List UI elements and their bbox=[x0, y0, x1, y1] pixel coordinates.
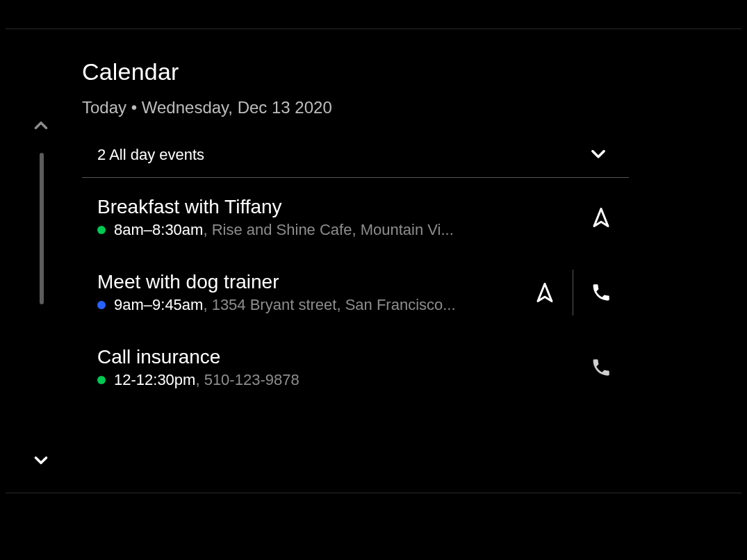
date-prefix: Today bbox=[82, 98, 126, 117]
scroll-down-button[interactable] bbox=[32, 451, 50, 472]
phone-icon bbox=[591, 357, 611, 378]
event-title: Breakfast with Tiffany bbox=[97, 196, 573, 218]
event-time: 9am–9:45am bbox=[114, 296, 203, 314]
navigate-button[interactable] bbox=[573, 197, 629, 238]
event-time: 8am–8:30am bbox=[114, 221, 203, 239]
allday-label: 2 All day events bbox=[97, 146, 589, 164]
event-detail: , 1354 Bryant street, San Francisco... bbox=[203, 296, 455, 314]
bottom-divider bbox=[6, 493, 741, 493]
scroll-gutter bbox=[0, 29, 78, 493]
phone-icon bbox=[591, 282, 611, 303]
scroll-up-button[interactable] bbox=[32, 117, 50, 138]
navigate-button[interactable] bbox=[517, 272, 573, 313]
event-row[interactable]: Breakfast with Tiffany 8am–8:30am, Rise … bbox=[82, 181, 629, 254]
allday-events-toggle[interactable]: 2 All day events bbox=[82, 135, 629, 178]
event-title: Call insurance bbox=[97, 346, 573, 368]
date-separator: • bbox=[126, 98, 142, 117]
event-time: 12-12:30pm bbox=[114, 371, 195, 389]
call-button[interactable] bbox=[573, 272, 629, 313]
date-subtitle: Today • Wednesday, Dec 13 2020 bbox=[82, 98, 629, 117]
calendar-dot-icon bbox=[97, 226, 106, 234]
navigation-icon bbox=[534, 282, 555, 303]
events-list: Breakfast with Tiffany 8am–8:30am, Rise … bbox=[82, 181, 629, 404]
page-title: Calendar bbox=[82, 58, 629, 85]
event-row[interactable]: Meet with dog trainer 9am–9:45am, 1354 B… bbox=[82, 254, 629, 331]
chevron-down-icon bbox=[589, 144, 626, 166]
event-title: Meet with dog trainer bbox=[97, 271, 517, 293]
call-button[interactable] bbox=[573, 347, 629, 388]
calendar-dot-icon bbox=[97, 301, 106, 309]
event-row[interactable]: Call insurance 12-12:30pm, 510-123-9878 bbox=[82, 331, 629, 404]
date-full: Wednesday, Dec 13 2020 bbox=[142, 98, 332, 117]
event-detail: , Rise and Shine Cafe, Mountain Vi... bbox=[203, 221, 453, 239]
navigation-icon bbox=[591, 207, 611, 228]
scrollbar-thumb[interactable] bbox=[40, 153, 44, 304]
calendar-dot-icon bbox=[97, 376, 106, 384]
event-detail: , 510-123-9878 bbox=[195, 371, 299, 389]
